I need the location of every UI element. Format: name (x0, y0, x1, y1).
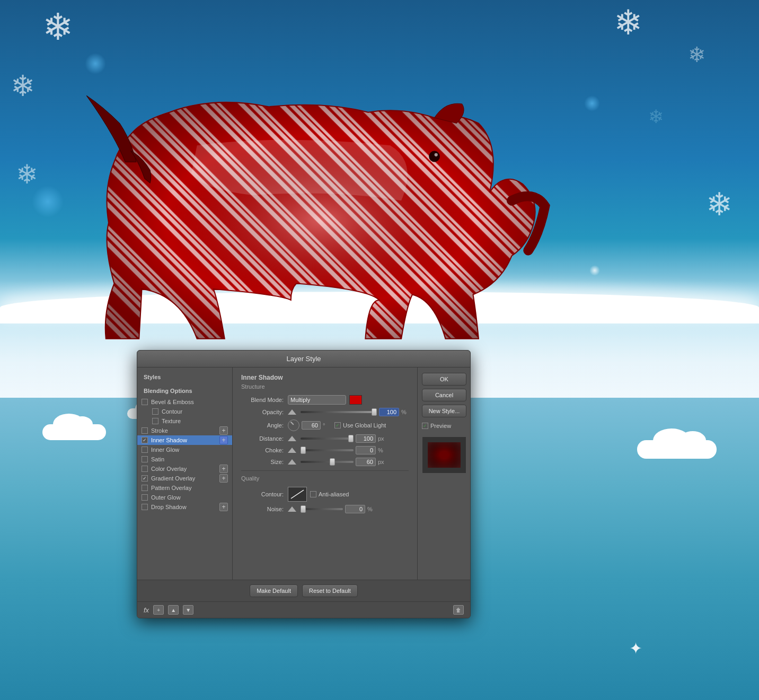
opacity-slider[interactable] (301, 411, 377, 413)
contour-preview[interactable] (288, 487, 307, 502)
size-input[interactable] (356, 458, 376, 466)
texture-label: Texture (162, 418, 181, 424)
bokeh-3 (584, 95, 600, 111)
choke-control: % (288, 446, 409, 454)
size-slider-thumb (330, 458, 335, 466)
inner-shadow-add-button[interactable]: + (219, 436, 228, 444)
cloud-right (637, 440, 717, 459)
stroke-checkbox[interactable] (142, 427, 148, 434)
noise-control: % (288, 505, 409, 513)
move-up-button[interactable]: ▲ (168, 605, 179, 615)
gradient-overlay-checkbox[interactable] (142, 475, 148, 482)
angle-dial[interactable] (288, 419, 299, 431)
color-swatch[interactable] (349, 395, 362, 405)
distance-input[interactable] (356, 434, 376, 443)
stroke-add-button[interactable]: + (219, 426, 228, 435)
blend-mode-select[interactable]: Multiply Normal Screen Overlay (288, 395, 346, 405)
choke-input[interactable] (356, 446, 376, 454)
contour-label: Contour (162, 408, 182, 415)
style-item-color-overlay[interactable]: Color Overlay + (137, 464, 232, 474)
contour-row: Contour: Anti-aliased (241, 487, 409, 502)
distance-slider[interactable] (301, 438, 354, 440)
bokeh-1 (85, 53, 106, 74)
cancel-button[interactable]: Cancel (422, 389, 466, 401)
reset-to-default-button[interactable]: Reset to Default (302, 584, 358, 597)
snowflake-3: ❄ (11, 69, 35, 103)
noise-slider-icon (288, 505, 296, 513)
opacity-slider-icon (288, 408, 296, 416)
make-default-button[interactable]: Make Default (250, 584, 298, 597)
style-item-inner-shadow[interactable]: Inner Shadow + (137, 435, 232, 445)
gradient-overlay-add-button[interactable]: + (219, 474, 228, 483)
angle-unit: ° (323, 422, 330, 428)
inner-shadow-checkbox[interactable] (142, 437, 148, 443)
outer-glow-label: Outer Glow (151, 494, 181, 501)
anti-aliased-label[interactable]: Anti-aliased (310, 491, 349, 497)
noise-unit: % (367, 506, 375, 512)
preview-label-row[interactable]: Preview (422, 423, 466, 429)
new-style-button[interactable]: New Style... (422, 405, 466, 417)
snowflake-5: ❄ (706, 186, 732, 223)
style-item-bevel-emboss[interactable]: Bevel & Emboss (137, 397, 232, 407)
use-global-light-text: Use Global Light (343, 422, 386, 428)
snowflake-1: ❄ (42, 5, 74, 49)
style-item-inner-glow[interactable]: Inner Glow (137, 445, 232, 454)
style-item-outer-glow[interactable]: Outer Glow (137, 493, 232, 502)
satin-checkbox[interactable] (142, 456, 148, 462)
noise-row: Noise: % (241, 505, 409, 513)
ok-button[interactable]: OK (422, 373, 466, 386)
choke-slider[interactable] (301, 449, 354, 451)
noise-slider[interactable] (301, 508, 343, 510)
add-style-button[interactable]: + (153, 605, 164, 615)
bottom-buttons: Make Default Reset to Default (137, 580, 470, 601)
cloud-left (42, 424, 106, 440)
opacity-slider-thumb (372, 408, 377, 416)
preview-checkbox[interactable] (422, 423, 428, 429)
opacity-row: Opacity: % (241, 408, 409, 416)
pattern-overlay-checkbox[interactable] (142, 485, 148, 491)
dialog-titlebar: Layer Style (137, 351, 470, 368)
style-item-texture[interactable]: Texture (137, 416, 232, 426)
use-global-light-label[interactable]: Use Global Light (334, 422, 386, 428)
contour-field-label: Contour: (241, 491, 284, 497)
snowflake-7: ❄ (648, 106, 664, 127)
buttons-panel: OK Cancel New Style... Preview (417, 368, 470, 580)
size-slider-icon (288, 458, 296, 466)
style-item-drop-shadow[interactable]: Drop Shadow + (137, 502, 232, 512)
dialog-bottom-bar: fx + ▲ ▼ 🗑 (137, 601, 470, 618)
drop-shadow-checkbox[interactable] (142, 504, 148, 510)
delete-style-button[interactable]: 🗑 (453, 605, 464, 615)
contour-checkbox[interactable] (152, 408, 158, 415)
outer-glow-checkbox[interactable] (142, 494, 148, 501)
angle-dial-indicator (290, 422, 294, 425)
bevel-emboss-checkbox[interactable] (142, 399, 148, 405)
use-global-light-checkbox[interactable] (334, 422, 341, 428)
size-unit: px (378, 459, 385, 465)
size-control: px (288, 458, 409, 466)
structure-subtitle: Structure (241, 383, 409, 390)
style-item-pattern-overlay[interactable]: Pattern Overlay (137, 483, 232, 493)
blend-mode-row: Blend Mode: Multiply Normal Screen Overl… (241, 395, 409, 405)
style-item-satin[interactable]: Satin (137, 454, 232, 464)
style-item-stroke[interactable]: Stroke + (137, 426, 232, 435)
color-overlay-add-button[interactable]: + (219, 465, 228, 473)
choke-slider-icon (288, 446, 296, 454)
angle-input[interactable] (302, 421, 321, 430)
move-down-button[interactable]: ▼ (183, 605, 193, 615)
color-overlay-checkbox[interactable] (142, 466, 148, 472)
rhino-container (42, 90, 572, 355)
anti-aliased-checkbox[interactable] (310, 491, 316, 497)
drop-shadow-add-button[interactable]: + (219, 503, 228, 511)
blend-mode-label: Blend Mode: (241, 397, 284, 403)
texture-checkbox[interactable] (152, 418, 158, 424)
size-slider[interactable] (301, 461, 354, 463)
fx-label: fx (144, 606, 149, 614)
snowflake-6: ❄ (688, 42, 706, 67)
noise-input[interactable] (345, 505, 365, 513)
styles-panel: Styles Blending Options Bevel & Emboss C… (137, 368, 233, 580)
inner-glow-checkbox[interactable] (142, 447, 148, 453)
preview-inner (428, 442, 461, 468)
opacity-input[interactable] (379, 408, 399, 416)
style-item-gradient-overlay[interactable]: Gradient Overlay + (137, 474, 232, 483)
style-item-contour[interactable]: Contour (137, 407, 232, 416)
